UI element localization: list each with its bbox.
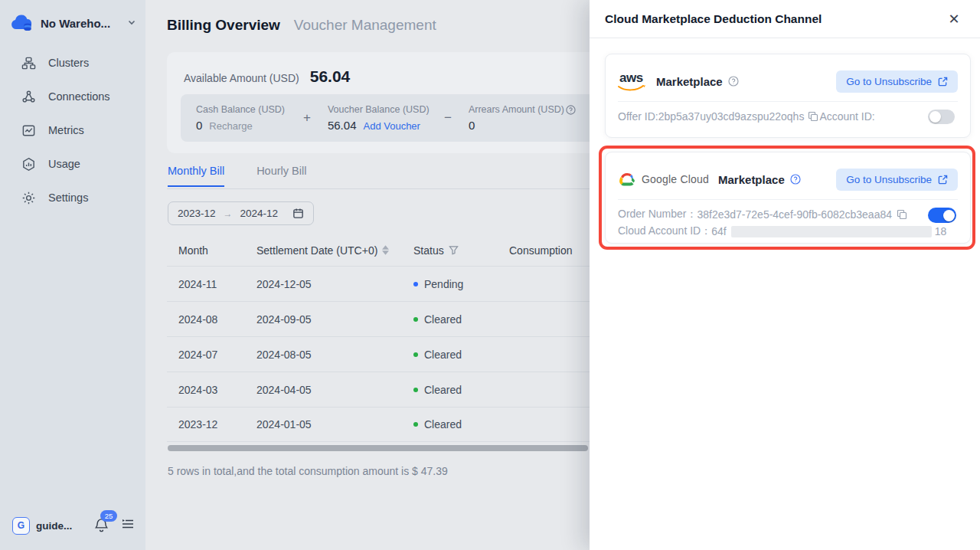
aws-marketplace-card: aws Marketplace Go to Unsubscribe Offer … xyxy=(605,54,971,138)
cell-month: 2024-03 xyxy=(167,384,256,396)
cell-month: 2024-07 xyxy=(167,349,256,361)
arrears-amount-label: Arrears Amount (USD) xyxy=(469,104,564,115)
calendar-icon[interactable] xyxy=(292,208,304,219)
page-tabs: Billing Overview Voucher Management xyxy=(167,17,436,34)
sidebar-item-connections[interactable]: Connections xyxy=(0,80,145,113)
plus-sign: + xyxy=(303,110,311,126)
col-header-status: Status xyxy=(413,244,509,257)
minus-sign: − xyxy=(444,110,452,126)
chevron-down-icon xyxy=(127,16,136,30)
cell-month: 2023-12 xyxy=(167,418,256,431)
sidebar-item-label: Clusters xyxy=(48,57,89,69)
table-row: 2024-08 2024-09-05 Cleared xyxy=(167,301,590,336)
marketplace-drawer: Cloud Marketplace Deduction Channel ✕ aw… xyxy=(590,0,980,550)
sidebar-item-metrics[interactable]: Metrics xyxy=(0,113,145,147)
cell-settlement: 2024-04-05 xyxy=(256,384,413,396)
sidebar-nav: Clusters Connections Metrics Usage Setti… xyxy=(0,46,145,214)
sidebar-item-label: Connections xyxy=(48,90,110,103)
date-range-arrow-icon: → xyxy=(224,208,233,219)
table-row: 2024-11 2024-12-05 Pending xyxy=(167,266,590,301)
bill-tabs: Monthly Bill Hourly Bill xyxy=(168,165,306,187)
google-cloud-marketplace-card: Google Cloud Marketplace Go to Unsubscri… xyxy=(605,152,971,244)
voucher-balance-label: Voucher Balance (USD) xyxy=(328,104,427,115)
drawer-header: Cloud Marketplace Deduction Channel ✕ xyxy=(590,0,980,38)
offer-id-label: Offer ID: xyxy=(618,110,658,123)
status-dot xyxy=(413,282,418,286)
google-help-icon[interactable] xyxy=(790,174,801,185)
table-row: 2023-12 2024-01-05 Cleared xyxy=(167,407,590,442)
notifications-bell[interactable]: 25 xyxy=(93,517,110,534)
cell-settlement: 2024-12-05 xyxy=(256,278,413,290)
add-voucher-link[interactable]: Add Voucher xyxy=(363,120,420,132)
date-range-end: 2024-12 xyxy=(240,208,279,219)
cell-status: Cleared xyxy=(413,313,509,326)
divider xyxy=(618,101,958,102)
sort-icon[interactable] xyxy=(382,245,389,256)
warehouse-cloud-icon xyxy=(11,14,34,32)
arrears-help-icon[interactable] xyxy=(566,105,576,115)
cloud-account-id-prefix: 64f xyxy=(711,225,726,237)
collapse-sidebar-icon[interactable] xyxy=(121,518,135,533)
google-unsubscribe-button[interactable]: Go to Unsubscribe xyxy=(836,169,958,191)
arrears-amount-value: 0 xyxy=(469,119,583,132)
cell-status: Cleared xyxy=(413,349,509,361)
aws-account-id-label: Account ID: xyxy=(819,110,874,123)
tab-monthly-bill[interactable]: Monthly Bill xyxy=(168,165,224,187)
google-deduction-toggle[interactable] xyxy=(928,208,956,223)
sidebar-item-usage[interactable]: Usage xyxy=(0,147,145,181)
cell-month: 2024-11 xyxy=(167,278,256,290)
tab-billing-overview[interactable]: Billing Overview xyxy=(167,17,280,34)
cell-month: 2024-08 xyxy=(167,313,256,326)
status-dot xyxy=(413,388,418,392)
drawer-title: Cloud Marketplace Deduction Channel xyxy=(605,12,822,26)
metrics-icon xyxy=(21,123,36,138)
aws-deduction-toggle[interactable] xyxy=(928,110,955,124)
user-name[interactable]: guide... xyxy=(36,520,72,532)
avatar[interactable]: G xyxy=(12,517,30,535)
sidebar: No Wareho... Clusters Connections Metric… xyxy=(0,0,145,550)
available-amount-label: Available Amount (USD) xyxy=(184,72,299,84)
cell-status: Cleared xyxy=(413,418,509,431)
workspace-selector[interactable]: No Wareho... xyxy=(11,9,136,37)
app-window: No Wareho... Clusters Connections Metric… xyxy=(0,0,980,550)
redacted-account-id xyxy=(731,226,932,237)
cloud-account-id-suffix: 18 xyxy=(935,225,947,237)
sidebar-item-label: Settings xyxy=(48,192,88,204)
voucher-balance-value: 56.04 xyxy=(328,119,357,132)
col-header-consumption: Consumption xyxy=(509,244,590,257)
external-link-icon xyxy=(938,175,948,185)
external-link-icon xyxy=(938,77,948,87)
aws-logo: aws xyxy=(618,71,647,91)
table-row: 2024-03 2024-04-05 Cleared xyxy=(167,372,590,407)
cell-settlement: 2024-08-05 xyxy=(256,349,413,361)
sidebar-item-clusters[interactable]: Clusters xyxy=(0,46,145,80)
aws-unsubscribe-button[interactable]: Go to Unsubscribe xyxy=(836,70,958,93)
tab-voucher-management[interactable]: Voucher Management xyxy=(294,17,436,34)
connections-icon xyxy=(21,90,36,104)
gear-icon xyxy=(21,191,36,205)
aws-marketplace-title: Marketplace xyxy=(656,75,723,88)
divider xyxy=(618,199,958,200)
table-header-row: Month Settlement Date (UTC+0) Status Con… xyxy=(167,234,590,266)
sidebar-item-label: Metrics xyxy=(48,124,84,136)
cloud-account-id-label: Cloud Account ID： xyxy=(618,224,711,238)
sidebar-item-settings[interactable]: Settings xyxy=(0,181,145,214)
cash-balance-label: Cash Balance (USD) xyxy=(196,104,286,115)
copy-icon[interactable] xyxy=(897,209,907,220)
copy-icon[interactable] xyxy=(808,111,818,122)
horizontal-scrollbar[interactable] xyxy=(168,445,588,451)
cell-settlement: 2024-01-05 xyxy=(256,418,413,431)
status-dot xyxy=(413,352,418,357)
tab-hourly-bill[interactable]: Hourly Bill xyxy=(256,165,306,187)
date-range-picker[interactable]: 2023-12 → 2024-12 xyxy=(168,201,314,225)
order-number-value: 38f2e3d7-72e5-4cef-90fb-6082cb3eaa84 xyxy=(697,208,892,221)
user-row: G guide... 25 xyxy=(12,515,135,536)
filter-icon[interactable] xyxy=(449,245,459,255)
recharge-link[interactable]: Recharge xyxy=(209,120,252,132)
cell-status: Pending xyxy=(413,278,509,290)
cell-status: Cleared xyxy=(413,384,509,396)
offer-id-value: 2bp5a37uy03cd9azspu22oqhs xyxy=(658,110,805,123)
close-icon[interactable]: ✕ xyxy=(945,10,963,28)
aws-help-icon[interactable] xyxy=(728,76,739,87)
tabs-divider xyxy=(167,188,605,189)
